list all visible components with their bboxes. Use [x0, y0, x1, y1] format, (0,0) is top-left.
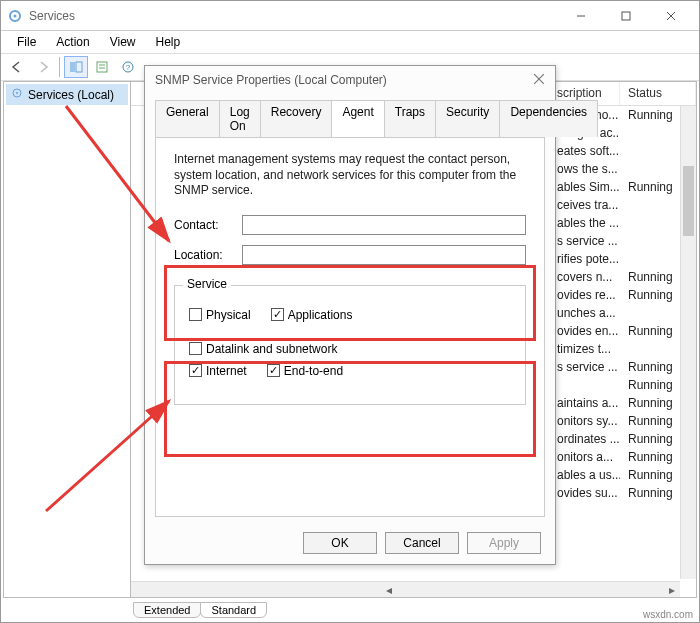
window-title: Services [29, 9, 75, 23]
datalink-checkbox[interactable]: Datalink and subnetwork [189, 342, 337, 356]
titlebar: Services [1, 1, 699, 31]
menu-file[interactable]: File [7, 33, 46, 51]
table-row[interactable]: unches a... [549, 304, 696, 322]
svg-rect-7 [76, 62, 82, 72]
table-row[interactable]: aintains a...Running [549, 394, 696, 412]
table-row[interactable]: s service ...Running [549, 358, 696, 376]
physical-checkbox[interactable]: Physical [189, 308, 251, 322]
service-description: ovides re... [549, 288, 620, 302]
tab-security[interactable]: Security [435, 100, 500, 137]
service-description: timizes t... [549, 342, 620, 356]
service-description: ordinates ... [549, 432, 620, 446]
snmp-properties-dialog: SNMP Service Properties (Local Computer)… [144, 65, 556, 565]
table-row[interactable]: covers n...Running [549, 268, 696, 286]
service-description: onitors sy... [549, 414, 620, 428]
tab-traps[interactable]: Traps [384, 100, 436, 137]
vertical-scrollbar[interactable] [680, 106, 696, 579]
dialog-titlebar: SNMP Service Properties (Local Computer) [145, 66, 555, 94]
show-hide-tree-button[interactable] [64, 56, 88, 78]
dialog-title: SNMP Service Properties (Local Computer) [155, 73, 387, 87]
svg-rect-6 [70, 62, 75, 72]
dialog-close-button[interactable] [533, 73, 545, 88]
table-row[interactable]: ovides en...Running [549, 322, 696, 340]
endtoend-checkbox[interactable]: End-to-end [267, 364, 343, 378]
services-local-label: Services (Local) [28, 88, 114, 102]
service-description: ables the ... [549, 216, 620, 230]
service-description: unches a... [549, 306, 620, 320]
tab-agent[interactable]: Agent [331, 100, 384, 137]
scroll-left-icon[interactable]: ◂ [381, 583, 397, 597]
service-description: aintains a... [549, 396, 620, 410]
agent-tab-body: Internet management systems may request … [155, 137, 545, 517]
back-button[interactable] [5, 56, 29, 78]
table-row[interactable]: ceives tra... [549, 196, 696, 214]
contact-input[interactable] [242, 215, 526, 235]
bottom-tabs: Extended Standard [133, 602, 266, 618]
services-icon [7, 8, 23, 24]
tab-general[interactable]: General [155, 100, 220, 137]
table-row[interactable]: ovides su...Running [549, 484, 696, 502]
table-row[interactable]: ables Sim...Running [549, 178, 696, 196]
scroll-right-icon[interactable]: ▸ [664, 583, 680, 597]
table-row[interactable]: timizes t... [549, 340, 696, 358]
menu-help[interactable]: Help [146, 33, 191, 51]
svg-rect-3 [622, 12, 630, 20]
forward-button[interactable] [31, 56, 55, 78]
ok-button[interactable]: OK [303, 532, 377, 554]
maximize-button[interactable] [603, 1, 648, 31]
minimize-button[interactable] [558, 1, 603, 31]
dialog-tabs: GeneralLog OnRecoveryAgentTrapsSecurityD… [145, 94, 555, 137]
gear-icon [10, 86, 24, 103]
dialog-buttons: OK Cancel Apply [303, 532, 541, 554]
menu-action[interactable]: Action [46, 33, 99, 51]
service-description: onitors a... [549, 450, 620, 464]
menu-view[interactable]: View [100, 33, 146, 51]
scroll-thumb[interactable] [683, 166, 694, 236]
help-button[interactable]: ? [116, 56, 140, 78]
table-row[interactable]: ordinates ...Running [549, 430, 696, 448]
table-row[interactable]: ables a us...Running [549, 466, 696, 484]
tab-recovery[interactable]: Recovery [260, 100, 333, 137]
service-group: Service Physical Applications Datalink a… [174, 285, 526, 405]
table-row[interactable]: eates soft... [549, 142, 696, 160]
service-description: ovides su... [549, 486, 620, 500]
service-description: s service ... [549, 360, 620, 374]
table-row[interactable]: ovides re...Running [549, 286, 696, 304]
svg-text:?: ? [126, 63, 131, 72]
table-row[interactable]: onitors a...Running [549, 448, 696, 466]
service-legend: Service [183, 277, 231, 291]
tab-log-on[interactable]: Log On [219, 100, 261, 137]
service-description: ables a us... [549, 468, 620, 482]
service-description: rifies pote... [549, 252, 620, 266]
table-row[interactable]: rifies pote... [549, 250, 696, 268]
horizontal-scrollbar[interactable]: ◂ ▸ [131, 581, 680, 597]
svg-point-1 [14, 14, 17, 17]
svg-point-14 [16, 92, 18, 94]
table-row[interactable]: ables the ... [549, 214, 696, 232]
service-description: covers n... [549, 270, 620, 284]
internet-checkbox[interactable]: Internet [189, 364, 247, 378]
tab-dependencies[interactable]: Dependencies [499, 100, 598, 137]
export-list-button[interactable] [90, 56, 114, 78]
services-window: Services File Action View Help ? Service… [0, 0, 700, 623]
location-input[interactable] [242, 245, 526, 265]
service-description: ables Sim... [549, 180, 620, 194]
table-row[interactable]: s service ... [549, 232, 696, 250]
cancel-button[interactable]: Cancel [385, 532, 459, 554]
table-row[interactable]: onitors sy...Running [549, 412, 696, 430]
table-row[interactable]: Running [549, 376, 696, 394]
watermark: wsxdn.com [643, 609, 693, 620]
table-row[interactable]: ows the s... [549, 160, 696, 178]
tab-standard[interactable]: Standard [200, 602, 267, 618]
svg-rect-8 [97, 62, 107, 72]
service-description: eates soft... [549, 144, 620, 158]
service-description: ows the s... [549, 162, 620, 176]
apply-button[interactable]: Apply [467, 532, 541, 554]
column-header-status[interactable]: Status [620, 82, 696, 105]
menubar: File Action View Help [1, 31, 699, 53]
services-local-node[interactable]: Services (Local) [6, 84, 128, 105]
close-button[interactable] [648, 1, 693, 31]
tab-extended[interactable]: Extended [133, 602, 201, 618]
applications-checkbox[interactable]: Applications [271, 308, 353, 322]
contact-label: Contact: [174, 218, 242, 232]
